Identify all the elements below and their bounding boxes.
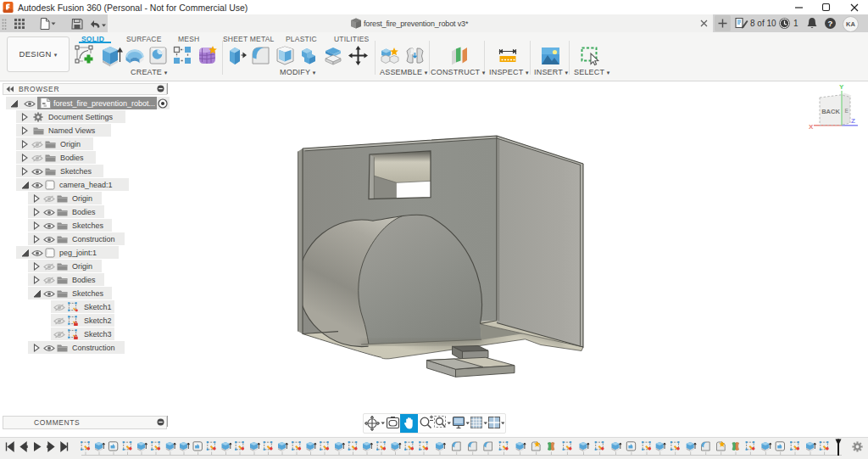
svg-text:E: E <box>845 108 849 114</box>
svg-text:Z: Z <box>851 117 855 125</box>
svg-text:Y: Y <box>839 83 844 91</box>
svg-text:BACK: BACK <box>821 108 840 115</box>
svg-text:X: X <box>809 123 814 131</box>
